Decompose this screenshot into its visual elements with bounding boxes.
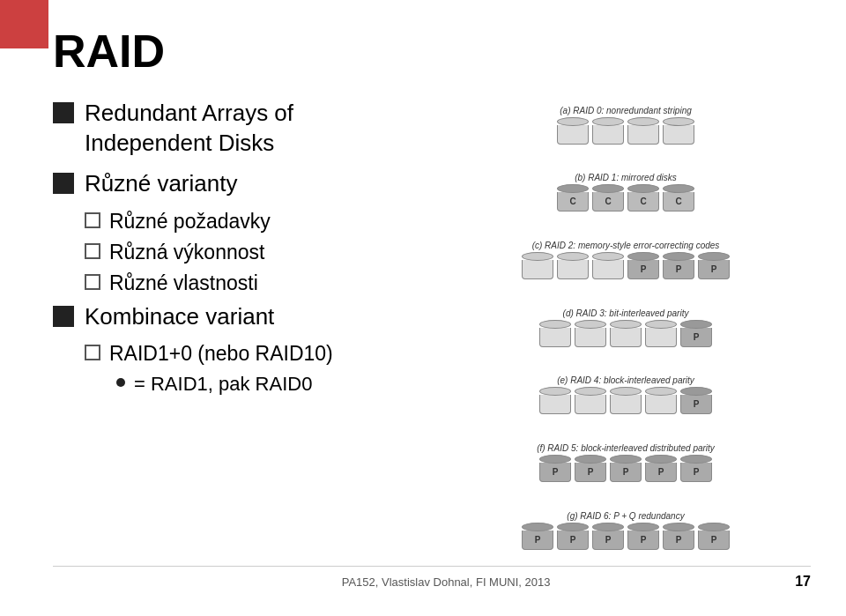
disk-top (575, 455, 606, 464)
raid-label-d: (d) RAID 3: bit-interleaved parity (563, 308, 689, 318)
disk-top (627, 523, 659, 531)
disk-top (522, 252, 553, 261)
disk-body: C (627, 192, 659, 212)
disk-body: P (627, 260, 659, 279)
disk-body (592, 260, 624, 279)
disk-body: P (627, 531, 659, 550)
disk-body: P (610, 463, 642, 482)
disk-body (557, 260, 589, 279)
footer-page: 17 (795, 574, 811, 590)
raid-disks-g: P P P P P P (522, 523, 730, 550)
sub-bullet-text-1: Různé požadavky (109, 210, 271, 234)
disk-body: P (680, 328, 712, 347)
disk-body: P (698, 531, 730, 550)
sub-bullet-icon-3 (85, 274, 100, 290)
disk-top (627, 117, 659, 126)
sub-bullet-icon-4 (85, 345, 100, 360)
bullet-2: Různé varianty (53, 169, 423, 199)
disk-body (539, 328, 571, 347)
raid-label-a: (a) RAID 0: nonredundant striping (560, 106, 692, 115)
raid-disks-e: P (539, 387, 712, 414)
slide-title: RAID (53, 26, 811, 77)
sub-bullet-1: Různé požadavky (85, 210, 423, 234)
disk: P (698, 523, 730, 550)
disk-top (557, 252, 589, 261)
disk-body: P (557, 531, 589, 550)
disk-top (610, 455, 642, 464)
bullet-icon-3 (53, 306, 74, 327)
disk: C (592, 184, 624, 212)
bullet-text-2: Různé varianty (85, 169, 237, 199)
disk-top (680, 320, 712, 329)
disk-body (610, 328, 642, 347)
disk (627, 117, 659, 145)
disk-top (557, 117, 589, 126)
footer: PA152, Vlastislav Dohnal, FI MUNI, 2013 … (53, 566, 811, 590)
disk (575, 320, 606, 347)
disk: P (645, 455, 677, 482)
disk (610, 387, 642, 414)
disk (539, 387, 571, 414)
content-area: Redundant Arrays of Independent Disks Rů… (53, 94, 811, 566)
bullet-text-3: Kombinace variant (85, 302, 274, 332)
disk (592, 117, 624, 145)
disk-body: P (680, 463, 712, 482)
sub-bullet-2: Různá výkonnost (85, 241, 423, 264)
disk-top (698, 252, 730, 261)
raid-diagram-a: (a) RAID 0: nonredundant striping (441, 106, 811, 145)
disk-body (539, 395, 571, 414)
sub-bullet-text-3: Různé vlastnosti (109, 271, 258, 295)
disk-body (627, 125, 659, 145)
disk (610, 320, 642, 347)
disk: P (539, 455, 571, 482)
raid-disks-a (557, 117, 694, 145)
disk-top (557, 523, 589, 531)
sub-sub-bullet-1: = RAID1, pak RAID0 (116, 373, 423, 396)
disk-top (575, 320, 606, 329)
disk-body: P (663, 531, 694, 550)
disk-top (627, 252, 659, 261)
disk: C (663, 184, 694, 212)
raid-disks-b: C C C C (557, 184, 694, 212)
bullet-text-1: Redundant Arrays of Independent Disks (85, 99, 423, 159)
disk: P (522, 523, 553, 550)
disk: P (680, 320, 712, 347)
disk-body (610, 395, 642, 414)
disk-top (539, 455, 571, 464)
disk-body: P (539, 463, 571, 482)
disk: P (575, 455, 606, 482)
sub-bullet-4: RAID1+0 (nebo RAID10) (85, 342, 423, 366)
raid-disks-c: P P P (522, 252, 730, 279)
disk: P (680, 387, 712, 414)
disk-body (575, 395, 606, 414)
bullet-1: Redundant Arrays of Independent Disks (53, 99, 423, 159)
disk: P (610, 455, 642, 482)
raid-diagram-f: (f) RAID 5: block-interleaved distribute… (441, 443, 811, 482)
disk: C (557, 184, 589, 212)
disk-body: P (663, 260, 694, 279)
disk-top (592, 252, 624, 261)
sub-bullet-icon-2 (85, 243, 100, 259)
disk-body (645, 328, 677, 347)
disk-top (539, 320, 571, 329)
slide: RAID Redundant Arrays of Independent Dis… (0, 0, 846, 616)
disk (663, 117, 694, 145)
disk-top (592, 117, 624, 126)
raid-label-b: (b) RAID 1: mirrored disks (575, 173, 677, 182)
raid-diagram-g: (g) RAID 6: P + Q redundancy P P P P P P (441, 511, 811, 550)
sub-bullet-text-2: Různá výkonnost (109, 241, 264, 264)
raid-label-e: (e) RAID 4: block-interleaved parity (557, 375, 694, 385)
raid-diagram-c: (c) RAID 2: memory-style error-correctin… (441, 241, 811, 279)
raid-diagram-e: (e) RAID 4: block-interleaved parity P (441, 375, 811, 414)
disk: P (698, 252, 730, 279)
disk-top (663, 117, 694, 126)
disk-body: P (575, 463, 606, 482)
sub-bullet-icon-1 (85, 212, 100, 228)
disk-body (522, 260, 553, 279)
disk-body: P (592, 531, 624, 550)
disk (592, 252, 624, 279)
sub-bullet-text-4: RAID1+0 (nebo RAID10) (109, 342, 333, 366)
disk-body: P (680, 395, 712, 414)
disk: P (627, 252, 659, 279)
disk-body: C (592, 192, 624, 212)
